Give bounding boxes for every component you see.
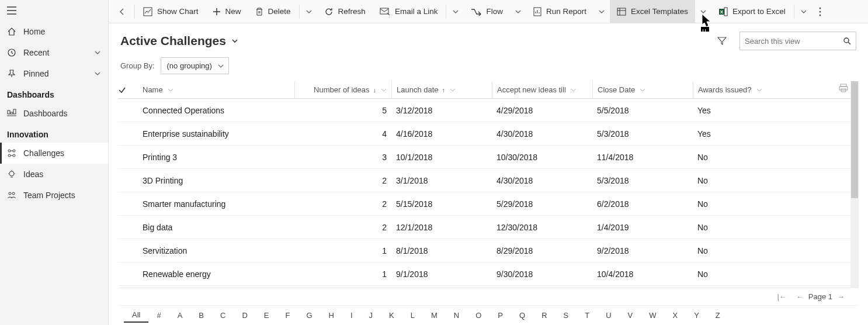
filter-button[interactable] xyxy=(711,33,732,49)
select-all-checkbox[interactable] xyxy=(118,86,138,94)
search-icon xyxy=(843,37,851,45)
table-row[interactable]: Printing 3 3 10/1/2018 10/30/2018 11/4/2… xyxy=(118,146,859,169)
alpha-d[interactable]: D xyxy=(234,309,255,322)
alpha-v[interactable]: V xyxy=(620,309,641,322)
search-box[interactable] xyxy=(739,32,856,50)
scrollbar-thumb[interactable] xyxy=(851,81,858,198)
chevron-down-icon xyxy=(450,87,456,93)
nav-home[interactable]: Home xyxy=(0,21,108,42)
col-awards-issued[interactable]: Awards issued? xyxy=(693,81,792,98)
show-chart-button[interactable]: Show Chart xyxy=(136,0,206,23)
new-button[interactable]: New xyxy=(206,0,248,23)
alpha-g[interactable]: G xyxy=(298,309,320,322)
flow-button[interactable]: Flow xyxy=(464,0,510,23)
email-dropdown[interactable] xyxy=(447,0,464,23)
table-row[interactable]: 3D Printing 2 3/1/2018 4/30/2018 5/3/201… xyxy=(118,169,859,192)
col-close-date[interactable]: Close Date xyxy=(592,81,693,98)
export-excel-button[interactable]: XExport to Excel xyxy=(711,0,793,23)
nav-dashboards[interactable]: Dashboards xyxy=(0,103,108,124)
excel-templates-button[interactable]: Excel Templates xyxy=(610,0,695,23)
first-page[interactable]: |← xyxy=(777,292,786,301)
alpha-u[interactable]: U xyxy=(598,309,619,322)
alpha-q[interactable]: Q xyxy=(511,309,533,322)
chevron-down-icon xyxy=(218,63,224,69)
view-selector[interactable]: Active Challenges xyxy=(120,34,239,48)
excel-templates-dropdown[interactable] xyxy=(695,0,711,23)
alpha-o[interactable]: O xyxy=(467,309,489,322)
table-row[interactable]: Smarter manufacturing 2 5/15/2018 5/29/2… xyxy=(118,192,859,216)
alpha-p[interactable]: P xyxy=(489,309,511,322)
alpha-a[interactable]: A xyxy=(169,309,191,322)
nav-recent[interactable]: Recent xyxy=(0,42,108,63)
cell-launch: 9/1/2018 xyxy=(391,269,492,279)
refresh-button[interactable]: Refresh xyxy=(317,0,373,23)
col-label: Number of ideas xyxy=(314,85,369,94)
table-row[interactable]: Connected Operations 5 3/12/2018 4/29/20… xyxy=(118,99,859,122)
alpha-t[interactable]: T xyxy=(577,309,598,322)
delete-dropdown[interactable] xyxy=(301,0,317,23)
next-page[interactable]: → xyxy=(837,292,845,301)
view-header: Active Challenges xyxy=(109,23,868,54)
alpha-b[interactable]: B xyxy=(190,309,212,322)
flow-dropdown[interactable] xyxy=(510,0,526,23)
nav-team-projects[interactable]: Team Projects xyxy=(0,185,108,206)
cell-launch: 12/1/2018 xyxy=(391,223,492,232)
nav-label: Challenges xyxy=(23,148,101,158)
alpha-e[interactable]: E xyxy=(256,309,277,322)
alpha-i[interactable]: I xyxy=(342,309,361,322)
alpha-h[interactable]: H xyxy=(321,309,342,322)
prev-page[interactable]: ← xyxy=(796,292,804,301)
col-name[interactable]: Name xyxy=(138,81,294,98)
cell-name: 3D Printing xyxy=(138,176,294,185)
alpha-y[interactable]: Y xyxy=(686,309,707,322)
alpha-r[interactable]: R xyxy=(533,309,555,322)
table-row[interactable]: Renewable energy 1 9/1/2018 9/30/2018 10… xyxy=(118,262,859,286)
cell-launch: 5/15/2018 xyxy=(391,199,492,209)
table-row[interactable]: Big data 2 12/1/2018 12/30/2018 1/4/2019… xyxy=(118,216,859,239)
sidebar: Home Recent Pinned Dashboards Dashboards… xyxy=(0,0,109,325)
cell-name: Renewable energy xyxy=(138,269,294,279)
export-dropdown[interactable] xyxy=(796,0,812,23)
overflow-menu[interactable] xyxy=(812,0,828,23)
section-dashboards-header: Dashboards xyxy=(0,84,108,103)
col-label: Close Date xyxy=(598,85,635,94)
alpha-#[interactable]: # xyxy=(148,309,169,322)
groupby-row: Group By: (no grouping) xyxy=(118,54,859,81)
table-row[interactable]: Servitization 1 8/1/2018 8/29/2018 9/2/2… xyxy=(118,239,859,262)
svg-rect-34 xyxy=(724,8,727,16)
alpha-w[interactable]: W xyxy=(641,309,664,322)
print-icon[interactable] xyxy=(839,84,848,93)
email-link-button[interactable]: Email a Link xyxy=(373,0,445,23)
alpha-l[interactable]: L xyxy=(402,309,423,322)
report-dropdown[interactable] xyxy=(593,0,610,23)
svg-point-38 xyxy=(844,38,849,43)
cell-launch: 3/12/2018 xyxy=(391,106,492,115)
delete-button[interactable]: Delete xyxy=(248,0,298,23)
toolbar-label: Run Report xyxy=(546,7,586,16)
alpha-f[interactable]: F xyxy=(277,309,298,322)
alpha-k[interactable]: K xyxy=(381,309,402,322)
search-input[interactable] xyxy=(745,37,843,46)
run-report-button[interactable]: Run Report xyxy=(526,0,593,23)
col-accept-ideas[interactable]: Accept new ideas till xyxy=(492,81,592,98)
scrollbar[interactable] xyxy=(850,81,859,288)
groupby-select[interactable]: (no grouping) xyxy=(161,57,229,74)
alpha-n[interactable]: N xyxy=(446,309,467,322)
col-number-of-ideas[interactable]: Number of ideas↓ xyxy=(294,81,391,98)
nav-challenges[interactable]: Challenges xyxy=(0,143,108,164)
nav-ideas[interactable]: Ideas xyxy=(0,164,108,185)
table-row[interactable]: Enterprise sustainability 4 4/16/2018 4/… xyxy=(118,122,859,146)
nav-pinned[interactable]: Pinned xyxy=(0,63,108,84)
alpha-m[interactable]: M xyxy=(423,309,446,322)
alpha-x[interactable]: X xyxy=(665,309,686,322)
alpha-j[interactable]: J xyxy=(361,309,381,322)
alpha-all[interactable]: All xyxy=(124,308,148,323)
back-button[interactable] xyxy=(111,0,133,23)
alpha-z[interactable]: Z xyxy=(707,309,728,322)
alpha-s[interactable]: S xyxy=(555,309,577,322)
excel-templates-icon xyxy=(617,7,626,16)
col-launch-date[interactable]: Launch date↑ xyxy=(391,81,492,98)
hamburger-menu[interactable] xyxy=(0,0,108,21)
cell-awards: No xyxy=(693,176,792,185)
alpha-c[interactable]: C xyxy=(212,309,234,322)
